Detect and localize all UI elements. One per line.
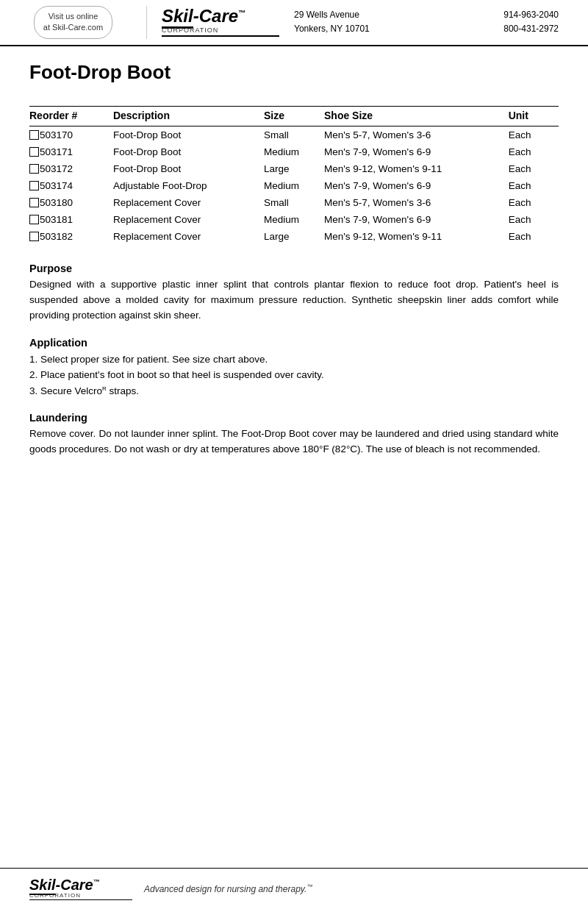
header-logo: Skil-Care™ CORPORATION (162, 7, 279, 37)
app-step-1: 1. Select proper size for patient. See s… (29, 352, 559, 368)
cell-description: Replacement Cover (113, 228, 264, 245)
col-header-description: Description (113, 106, 264, 126)
cell-description: Foot-Drop Boot (113, 160, 264, 177)
page-wrapper: Visit us online at Skil-Care.com Skil-Ca… (0, 0, 588, 909)
app-step-1-text: 1. Select proper size for patient. See s… (29, 354, 268, 365)
purpose-title: Purpose (29, 263, 559, 274)
table-row: 503182Replacement CoverLargeMen's 9-12, … (29, 228, 559, 245)
cell-unit: Each (509, 228, 559, 245)
checkbox-icon (29, 147, 39, 157)
visit-label-line1: Visit us online (49, 12, 98, 21)
header-phone: 914-963-2040 800-431-2972 (503, 8, 559, 36)
footer-tagline-tm: ™ (306, 883, 312, 890)
purpose-body: Designed with a supportive plastic inner… (29, 277, 559, 324)
cell-shoesize: Men's 5-7, Women's 3-6 (324, 194, 509, 211)
logo-dash-care: -Care (193, 6, 238, 26)
cell-unit: Each (509, 160, 559, 177)
cell-description: Adjustable Foot-Drop (113, 177, 264, 194)
cell-shoesize: Men's 5-7, Women's 3-6 (324, 126, 509, 143)
address-line1: 29 Wells Avenue (294, 8, 370, 22)
footer-tagline: Advanced design for nursing and therapy.… (144, 883, 312, 894)
cell-reorder: 503182 (29, 228, 113, 245)
logo-skil: Skil (162, 6, 193, 29)
cell-shoesize: Men's 9-12, Women's 9-11 (324, 160, 509, 177)
col-header-reorder: Reorder # (29, 106, 113, 126)
table-header-row: Reorder # Description Size Shoe Size Uni… (29, 106, 559, 126)
checkbox-icon (29, 215, 39, 224)
phone2: 800-431-2972 (503, 22, 559, 36)
checkbox-icon (29, 232, 39, 241)
cell-shoesize: Men's 7-9, Women's 6-9 (324, 143, 509, 160)
checkbox-icon (29, 181, 39, 190)
cell-size: Medium (264, 177, 324, 194)
col-header-unit: Unit (509, 106, 559, 126)
cell-size: Small (264, 194, 324, 211)
purpose-section: Purpose Designed with a supportive plast… (29, 263, 559, 324)
checkbox-icon (29, 198, 39, 207)
logo-text: Skil-Care™ (162, 7, 245, 25)
cell-description: Foot-Drop Boot (113, 143, 264, 160)
laundering-title: Laundering (29, 412, 559, 424)
cell-shoesize: Men's 9-12, Women's 9-11 (324, 228, 509, 245)
main-content: Foot-Drop Boot Reorder # Description Siz… (0, 46, 588, 485)
header-address: 29 Wells Avenue Yonkers, NY 10701 (294, 8, 370, 36)
visit-online-badge: Visit us online at Skil-Care.com (34, 6, 112, 39)
header-main: Skil-Care™ CORPORATION 29 Wells Avenue Y… (147, 6, 588, 39)
logo-corporation: CORPORATION (162, 26, 218, 34)
logo-underline-bar (162, 35, 279, 37)
application-list: 1. Select proper size for patient. See s… (29, 352, 559, 399)
product-table: Reorder # Description Size Shoe Size Uni… (29, 106, 559, 245)
application-section: Application 1. Select proper size for pa… (29, 337, 559, 399)
cell-size: Medium (264, 143, 324, 160)
visit-label-line2: at Skil-Care.com (43, 23, 103, 32)
table-row: 503180Replacement CoverSmallMen's 5-7, W… (29, 194, 559, 211)
cell-description: Foot-Drop Boot (113, 126, 264, 143)
app-step-2-text: 2. Place patient's foot in boot so that … (29, 369, 324, 380)
app-step-3-text: 3. Secure Velcro (29, 385, 102, 396)
cell-shoesize: Men's 7-9, Women's 6-9 (324, 211, 509, 228)
header-visit-section: Visit us online at Skil-Care.com (0, 6, 147, 39)
footer-tagline-text: Advanced design for nursing and therapy. (144, 884, 306, 894)
cell-size: Large (264, 160, 324, 177)
footer-logo-text: Skil-Care™ (29, 877, 100, 892)
cell-size: Large (264, 228, 324, 245)
phone1: 914-963-2040 (503, 8, 559, 22)
footer-logo: Skil-Care™ CORPORATION (29, 877, 132, 901)
laundering-body: Remove cover. Do not launder inner splin… (29, 427, 559, 457)
cell-reorder: 503172 (29, 160, 113, 177)
cell-shoesize: Men's 7-9, Women's 6-9 (324, 177, 509, 194)
address-line2: Yonkers, NY 10701 (294, 22, 370, 36)
app-step-2: 2. Place patient's foot in boot so that … (29, 367, 559, 383)
table-row: 503181Replacement CoverMediumMen's 7-9, … (29, 211, 559, 228)
page-title: Foot-Drop Boot (29, 61, 559, 84)
cell-reorder: 503170 (29, 126, 113, 143)
col-header-shoesize: Shoe Size (324, 106, 509, 126)
cell-unit: Each (509, 194, 559, 211)
footer-corp-label: CORPORATION (29, 892, 81, 899)
content-area: Foot-Drop Boot Reorder # Description Siz… (0, 46, 588, 544)
cell-description: Replacement Cover (113, 211, 264, 228)
cell-reorder: 503181 (29, 211, 113, 228)
page-header: Visit us online at Skil-Care.com Skil-Ca… (0, 0, 588, 46)
cell-reorder: 503180 (29, 194, 113, 211)
cell-reorder: 503174 (29, 177, 113, 194)
col-header-size: Size (264, 106, 324, 126)
page-footer: Skil-Care™ CORPORATION Advanced design f… (0, 868, 588, 910)
cell-description: Replacement Cover (113, 194, 264, 211)
application-title: Application (29, 337, 559, 349)
cell-unit: Each (509, 143, 559, 160)
app-step-3-suffix: straps. (107, 385, 139, 396)
checkbox-icon (29, 164, 39, 174)
footer-logo-line (29, 899, 132, 901)
cell-reorder: 503171 (29, 143, 113, 160)
cell-unit: Each (509, 126, 559, 143)
cell-size: Small (264, 126, 324, 143)
table-row: 503174Adjustable Foot-DropMediumMen's 7-… (29, 177, 559, 194)
checkbox-icon (29, 130, 39, 140)
cell-unit: Each (509, 177, 559, 194)
cell-size: Medium (264, 211, 324, 228)
cell-unit: Each (509, 211, 559, 228)
table-row: 503170Foot-Drop BootSmallMen's 5-7, Wome… (29, 126, 559, 143)
laundering-section: Laundering Remove cover. Do not launder … (29, 412, 559, 457)
table-row: 503172Foot-Drop BootLargeMen's 9-12, Wom… (29, 160, 559, 177)
